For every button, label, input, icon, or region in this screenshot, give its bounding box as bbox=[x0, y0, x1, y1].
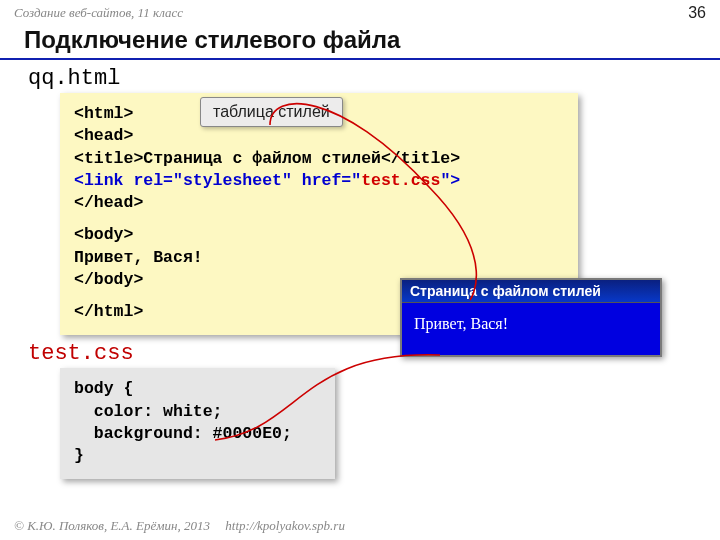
code-line: Привет, Вася! bbox=[74, 247, 564, 269]
callout-label: таблица стилей bbox=[200, 97, 343, 127]
subject-label: Создание веб-сайтов, 11 класс bbox=[14, 5, 183, 21]
spacer bbox=[74, 214, 564, 224]
code-line: </head> bbox=[74, 192, 564, 214]
page-number: 36 bbox=[688, 4, 706, 22]
browser-preview: Страница с файлом стилей Привет, Вася! bbox=[400, 278, 662, 357]
code-block-css: body { color: white; background: #0000E0… bbox=[60, 368, 335, 479]
footer-url: http://kpolyakov.spb.ru bbox=[225, 518, 345, 533]
copyright: © К.Ю. Поляков, Е.А. Ерёмин, 2013 bbox=[14, 518, 210, 533]
code-line: <head> bbox=[74, 125, 564, 147]
filename-html: qq.html bbox=[0, 60, 720, 93]
slide-footer: © К.Ю. Поляков, Е.А. Ерёмин, 2013 http:/… bbox=[14, 518, 345, 534]
code-line: body { bbox=[74, 378, 321, 400]
code-line: color: white; bbox=[74, 401, 321, 423]
browser-titlebar: Страница с файлом стилей bbox=[402, 280, 660, 303]
code-line: <title>Страница с файлом стилей</title> bbox=[74, 148, 564, 170]
slide-header: Создание веб-сайтов, 11 класс 36 bbox=[0, 0, 720, 24]
browser-body: Привет, Вася! bbox=[402, 303, 660, 355]
code-line: <link rel="stylesheet" href="test.css"> bbox=[74, 170, 564, 192]
code-line: background: #0000E0; bbox=[74, 423, 321, 445]
slide-title: Подключение стилевого файла bbox=[0, 24, 720, 60]
code-line: } bbox=[74, 445, 321, 467]
code-line: <body> bbox=[74, 224, 564, 246]
